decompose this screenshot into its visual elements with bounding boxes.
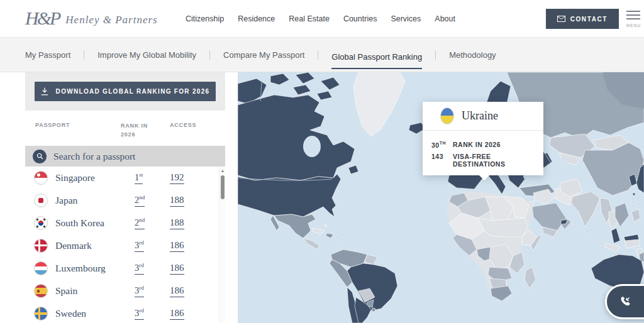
scrollbar-thumb[interactable] xyxy=(221,175,225,199)
tab-global-passport-ranking[interactable]: Global Passport Ranking xyxy=(331,48,422,69)
access-link[interactable]: 192 xyxy=(170,172,184,184)
rank-link[interactable]: 1st xyxy=(135,172,143,184)
country-name: Singapore xyxy=(55,172,123,183)
rank-link[interactable]: 2nd xyxy=(135,217,145,229)
passport-list: Singapore 1st 192 Japan 2nd 188 South Ko… xyxy=(25,167,225,323)
passport-row[interactable]: Singapore 1st 192 xyxy=(25,167,225,189)
menu-button[interactable]: MENU xyxy=(626,11,644,28)
subnav-separator xyxy=(318,50,318,60)
nav-item-real-estate[interactable]: Real Estate xyxy=(289,14,330,23)
access-link[interactable]: 186 xyxy=(170,240,184,252)
passport-search xyxy=(25,146,225,167)
access-link[interactable]: 186 xyxy=(170,285,184,297)
tooltip-pointer xyxy=(479,175,489,180)
nav-item-about[interactable]: About xyxy=(435,14,455,23)
tooltip-country-name: Ukraine xyxy=(462,109,498,123)
scroll-up-arrow[interactable]: ▲ xyxy=(220,168,225,173)
country-name: South Korea xyxy=(55,217,123,229)
tooltip-visa-value: 143 xyxy=(431,153,447,168)
tooltip-header: Ukraine xyxy=(423,102,543,131)
contact-button[interactable]: CONTACT xyxy=(546,9,619,29)
download-label: DOWNLOAD GLOBAL RANKING FOR 2026 xyxy=(56,88,210,95)
download-ranking-button[interactable]: DOWNLOAD GLOBAL RANKING FOR 2026 xyxy=(35,82,216,101)
tab-improve-my-global-mobility[interactable]: Improve My Global Mobility xyxy=(97,47,196,63)
nav-item-services[interactable]: Services xyxy=(391,14,421,23)
subnav-separator xyxy=(84,50,84,60)
world-map[interactable]: Ukraine 30TH RANK IN 2026 143 VISA-FREE … xyxy=(238,72,644,323)
ranking-panel: DOWNLOAD GLOBAL RANKING FOR 2026 PASSPOR… xyxy=(25,72,225,323)
subnav-separator xyxy=(209,50,210,60)
country-name: Spain xyxy=(55,285,123,297)
page: H&P Henley & Partners CitizenshipResiden… xyxy=(0,0,644,323)
rank-link[interactable]: 2nd xyxy=(135,194,145,207)
rank-link[interactable]: 3rd xyxy=(135,307,144,320)
henley-partners-logo[interactable]: H&P Henley & Partners xyxy=(25,8,158,29)
nav-item-countries[interactable]: Countries xyxy=(343,14,377,23)
country-flag-icon xyxy=(34,261,48,275)
rank-link[interactable]: 3rd xyxy=(135,285,144,297)
country-name: Luxembourg xyxy=(55,263,123,274)
passport-row[interactable]: Sweden 3rd 186 xyxy=(25,302,225,323)
search-input[interactable] xyxy=(53,151,192,162)
country-name: Sweden xyxy=(55,308,123,319)
passport-row[interactable]: Denmark 3rd 186 xyxy=(25,234,225,257)
envelope-icon xyxy=(557,16,565,22)
passport-row[interactable]: Luxembourg 3rd 186 xyxy=(25,257,225,280)
hamburger-icon xyxy=(626,11,640,12)
subnav-separator xyxy=(435,50,436,60)
tooltip-rank-label: RANK IN 2026 xyxy=(453,141,501,149)
ukraine-flag-icon xyxy=(440,107,454,124)
callback-button[interactable] xyxy=(605,284,644,319)
access-link[interactable]: 186 xyxy=(170,308,184,320)
primary-nav: CitizenshipResidenceReal EstateCountries… xyxy=(186,0,455,38)
country-flag-icon xyxy=(34,216,48,230)
access-link[interactable]: 186 xyxy=(170,263,184,275)
passport-row[interactable]: Spain 3rd 186 xyxy=(25,280,225,302)
country-flag-icon xyxy=(34,284,48,298)
download-section: DOWNLOAD GLOBAL RANKING FOR 2026 xyxy=(25,72,225,111)
top-header: H&P Henley & Partners CitizenshipResiden… xyxy=(0,0,644,38)
menu-label: MENU xyxy=(626,23,641,28)
passport-tools-nav: My PassportImprove My Global MobilityCom… xyxy=(0,38,644,72)
country-flag-icon xyxy=(34,307,48,320)
country-flag-icon xyxy=(34,239,48,253)
column-access: ACCESS xyxy=(170,122,196,128)
search-icon[interactable] xyxy=(33,150,47,163)
tooltip-visa-label: VISA-FREE DESTINATIONS xyxy=(453,153,535,168)
access-link[interactable]: 188 xyxy=(170,217,184,229)
nav-item-citizenship[interactable]: Citizenship xyxy=(186,14,224,23)
contact-label: CONTACT xyxy=(570,16,608,23)
country-tooltip: Ukraine 30TH RANK IN 2026 143 VISA-FREE … xyxy=(423,102,543,175)
country-flag-icon xyxy=(34,171,48,185)
tooltip-rank-row: 30TH RANK IN 2026 xyxy=(431,141,535,149)
tab-compare-my-passport[interactable]: Compare My Passport xyxy=(223,47,304,63)
table-header: PASSPORT RANK IN 2026 ACCESS xyxy=(25,111,225,146)
rank-link[interactable]: 3rd xyxy=(135,262,144,275)
tooltip-visa-row: 143 VISA-FREE DESTINATIONS xyxy=(431,153,535,168)
country-flag-icon xyxy=(34,194,48,207)
country-name: Japan xyxy=(55,195,123,206)
access-link[interactable]: 188 xyxy=(170,195,184,207)
list-scrollbar[interactable]: ▲ xyxy=(219,167,225,323)
logo-text: Henley & Partners xyxy=(65,10,157,26)
tab-methodology[interactable]: Methodology xyxy=(449,47,496,63)
passport-row[interactable]: Japan 2nd 188 xyxy=(25,189,225,212)
tooltip-body: 30TH RANK IN 2026 143 VISA-FREE DESTINAT… xyxy=(423,131,543,175)
country-name: Denmark xyxy=(55,240,123,251)
column-rank: RANK IN 2026 xyxy=(121,122,150,139)
download-icon xyxy=(41,87,48,96)
passport-row[interactable]: South Korea 2nd 188 xyxy=(25,212,225,234)
rank-link[interactable]: 3rd xyxy=(135,239,144,252)
phone-callback-icon xyxy=(617,294,632,309)
column-passport: PASSPORT xyxy=(35,122,70,128)
nav-item-residence[interactable]: Residence xyxy=(238,14,275,23)
tab-my-passport[interactable]: My Passport xyxy=(25,47,70,63)
logo-monogram: H&P xyxy=(25,8,59,29)
tooltip-rank-value: 30 xyxy=(431,141,440,149)
